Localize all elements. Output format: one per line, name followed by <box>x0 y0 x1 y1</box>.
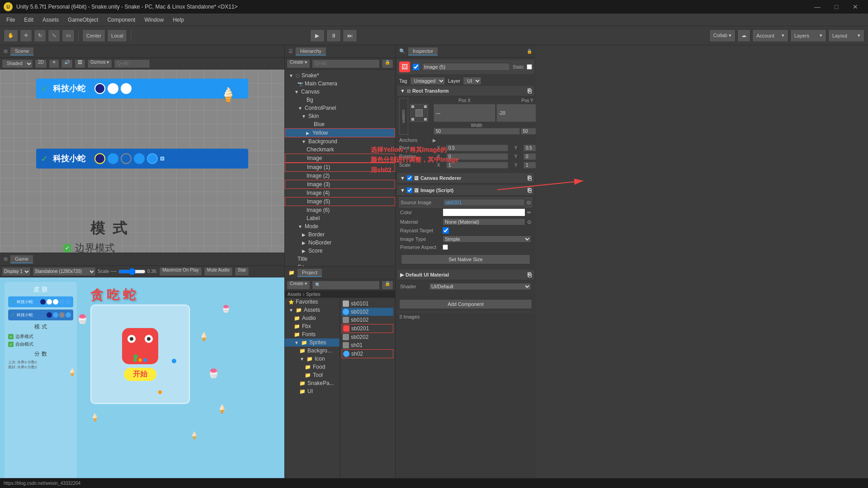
hier-item-noborder[interactable]: ▶ NoBorder <box>285 239 395 247</box>
step-button[interactable]: ⏭ <box>343 29 357 42</box>
add-component-button[interactable]: Add Component <box>399 299 532 309</box>
play-button[interactable]: ▶ <box>310 29 325 42</box>
project-lock[interactable]: 🔒 <box>382 281 393 290</box>
hierarchy-lock[interactable]: 🔒 <box>382 59 393 68</box>
resolution-dropdown[interactable]: Standalone (1280x720) <box>33 267 96 276</box>
lighting-button[interactable]: ☀ <box>49 59 59 68</box>
anchors-expand[interactable]: ▶ <box>433 138 436 143</box>
canvas-renderer-header[interactable]: ▼ 🖼 Canvas Renderer ⎘ <box>397 173 534 183</box>
lock-icon[interactable]: 🔒 <box>527 49 532 54</box>
hier-item-yellow[interactable]: ▶ Yellow <box>285 128 395 137</box>
hier-item-image4[interactable]: Image (4) <box>285 189 395 197</box>
shader-select[interactable]: UI/Default <box>429 283 531 290</box>
material-value[interactable]: None (Material) <box>443 218 525 225</box>
proj-file-sb0102[interactable]: sb0102 <box>342 308 393 316</box>
source-image-value[interactable]: sb0201 <box>443 199 525 206</box>
hand-tool[interactable]: ✋ <box>4 29 18 42</box>
proj-file-sb0201[interactable]: sb0201 <box>342 324 393 333</box>
hier-item-checkmark[interactable]: Checkmark <box>285 145 395 154</box>
material-dots[interactable]: ⊙ <box>527 219 531 225</box>
gizmos-button[interactable]: Gizmos ▾ <box>87 59 113 68</box>
scale-y[interactable] <box>524 162 536 169</box>
rot-x[interactable] <box>446 153 508 160</box>
proj-file-sh01[interactable]: sh01 <box>342 341 393 349</box>
hier-item-score[interactable]: ▶ Score <box>285 247 395 255</box>
hierarchy-create[interactable]: Create ▾ <box>287 59 310 68</box>
local-button[interactable]: Local <box>107 29 127 42</box>
hier-item-image1[interactable]: Image (1) <box>285 163 395 172</box>
collab-button[interactable]: Collab ▾ <box>709 29 736 42</box>
default-ui-header[interactable]: ▶ Default UI Material ⎘ <box>397 270 534 280</box>
set-native-button[interactable]: Set Native Size <box>401 254 530 264</box>
hier-item-title[interactable]: Title <box>285 255 395 263</box>
proj-file-sb0101[interactable]: sb0101 <box>342 300 393 308</box>
account-dropdown[interactable]: Account ▾ <box>752 29 788 42</box>
hier-item-canvas[interactable]: ▼ Canvas <box>285 88 395 96</box>
maximize-on-play[interactable]: Maximize On Play <box>159 267 202 276</box>
color-swatch[interactable] <box>443 208 525 216</box>
proj-icon[interactable]: ▼ 📁 Icon <box>285 355 340 363</box>
preserve-checkbox[interactable] <box>443 244 448 250</box>
image-script-toggle[interactable] <box>407 188 412 193</box>
hierarchy-search[interactable] <box>312 59 380 68</box>
hier-item-maincamera[interactable]: 📷 Main Camera <box>285 80 395 88</box>
gameobj-name[interactable] <box>422 63 510 71</box>
start-button[interactable]: 开始 <box>124 368 156 381</box>
cloud-button[interactable]: ☁ <box>737 29 750 42</box>
hierarchy-tab[interactable]: Hierarchy <box>296 47 326 56</box>
menu-edit[interactable]: Edit <box>19 15 38 25</box>
pivot-x[interactable] <box>446 145 508 151</box>
project-create[interactable]: Create ▾ <box>287 281 310 290</box>
proj-snakep[interactable]: 📁 SnakePa... <box>285 379 340 387</box>
hier-item-controlpanel[interactable]: ▼ ControlPanel <box>285 104 395 112</box>
raycast-checkbox[interactable] <box>443 227 449 234</box>
proj-fbx[interactable]: 📁 Fbx <box>285 322 340 330</box>
hier-item-image3[interactable]: Image (3) <box>285 180 395 189</box>
tag-select[interactable]: Untagged <box>410 77 445 85</box>
hier-item-image6[interactable]: Image (6) <box>285 206 395 214</box>
proj-tool[interactable]: 📁 Tool <box>285 371 340 379</box>
proj-ui[interactable]: 📁 UI <box>285 387 340 395</box>
hier-item-background[interactable]: ▼ Background <box>285 137 395 145</box>
center-button[interactable]: Center <box>82 29 105 42</box>
menu-file[interactable]: File <box>2 15 19 25</box>
inspector-tab[interactable]: Inspector <box>408 47 438 56</box>
project-search[interactable] <box>312 281 380 290</box>
maximize-button[interactable]: □ <box>827 0 845 14</box>
menu-help[interactable]: Help <box>168 15 189 25</box>
project-tab[interactable]: Project <box>297 269 322 277</box>
height-input[interactable] <box>521 128 536 135</box>
proj-sprites[interactable]: ▼ 📁 Sprites <box>285 338 340 347</box>
pause-button[interactable]: ⏸ <box>326 29 341 42</box>
pivot-y[interactable] <box>524 145 536 151</box>
mute-audio[interactable]: Mute Audio <box>204 267 233 276</box>
scale-tool[interactable]: ⤡ <box>48 29 60 42</box>
2d-button[interactable]: 2D <box>35 59 47 68</box>
proj-assets[interactable]: ▼ 📁 Assets <box>285 306 340 314</box>
posx-input[interactable] <box>434 104 495 122</box>
hier-item-image5[interactable]: Image (5) <box>285 197 395 206</box>
image-button[interactable]: 🖼 <box>75 59 85 68</box>
custom-label[interactable]: custom <box>399 98 408 135</box>
menu-gameobject[interactable]: GameObject <box>63 15 103 25</box>
minimize-button[interactable]: — <box>808 0 826 14</box>
source-image-dots[interactable]: ⊙ <box>527 200 531 206</box>
rect-tool[interactable]: ▭ <box>62 29 75 42</box>
menu-assets[interactable]: Assets <box>38 15 63 25</box>
hier-item-skin[interactable]: ▼ Skin <box>285 112 395 120</box>
rotate-tool[interactable]: ↻ <box>34 29 46 42</box>
hier-item-bg[interactable]: Bg <box>285 96 395 104</box>
proj-favorites[interactable]: ⭐ Favorites <box>285 298 340 306</box>
scale-x[interactable] <box>446 162 508 169</box>
display-dropdown[interactable]: Display 1 <box>2 267 31 276</box>
move-tool[interactable]: ✛ <box>20 29 32 42</box>
stats-button[interactable]: Stat <box>235 267 249 276</box>
hier-item-blue[interactable]: Blue <box>285 120 395 128</box>
proj-file-sb0102b[interactable]: sb0102 <box>342 316 393 324</box>
proj-backgr[interactable]: 📁 Backgro... <box>285 347 340 355</box>
hier-item-border[interactable]: ▶ Border <box>285 230 395 239</box>
layers-dropdown[interactable]: Layers ▾ <box>790 29 826 42</box>
anchor-widget[interactable] <box>410 104 428 122</box>
rot-y[interactable] <box>524 153 536 160</box>
hier-item-mode[interactable]: ▼ Mode <box>285 222 395 230</box>
